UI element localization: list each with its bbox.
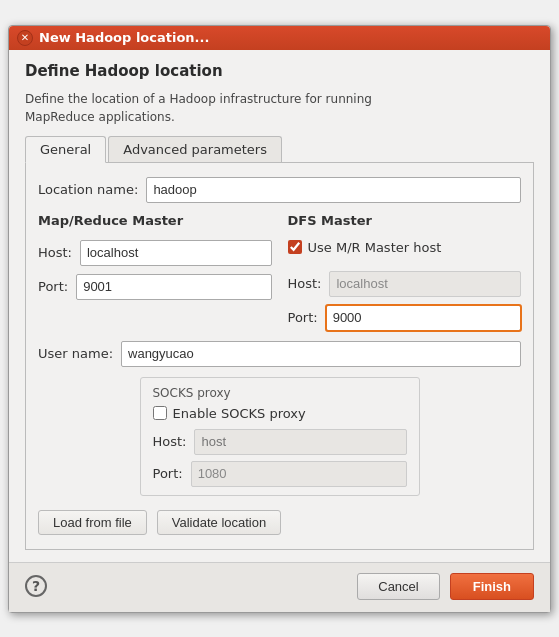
socks-port-row: Port: (153, 461, 407, 487)
mr-host-row: Host: (38, 240, 272, 266)
dfs-port-label: Port: (288, 310, 318, 325)
title-bar: ✕ New Hadoop location... (9, 26, 550, 50)
tab-container: General Advanced parameters Location nam… (25, 136, 534, 550)
dfs-master-col: DFS Master Use M/R Master host Host: Por… (288, 213, 522, 331)
mr-master-label: Map/Reduce Master (38, 213, 272, 228)
location-name-input[interactable] (146, 177, 521, 203)
socks-title: SOCKS proxy (153, 386, 407, 400)
mr-master-col: Map/Reduce Master Host: Port: (38, 213, 272, 331)
master-columns: Map/Reduce Master Host: Port: DFS Master (38, 213, 521, 331)
mr-port-input[interactable] (76, 274, 271, 300)
dfs-port-row: Port: (288, 305, 522, 331)
footer-right: Cancel Finish (357, 573, 534, 600)
tab-content-general: Location name: Map/Reduce Master Host: P… (25, 163, 534, 550)
validate-location-button[interactable]: Validate location (157, 510, 281, 535)
main-window: ✕ New Hadoop location... Define Hadoop l… (8, 25, 551, 613)
dfs-host-row: Host: (288, 271, 522, 297)
dfs-master-label: DFS Master (288, 213, 522, 228)
section-description: Define the location of a Hadoop infrastr… (25, 90, 534, 126)
mr-host-label: Host: (38, 245, 72, 260)
username-input[interactable] (121, 341, 521, 367)
window-content: Define Hadoop location Define the locati… (9, 50, 550, 562)
location-name-row: Location name: (38, 177, 521, 203)
dfs-port-input[interactable] (326, 305, 521, 331)
dfs-host-label: Host: (288, 276, 322, 291)
location-name-label: Location name: (38, 182, 138, 197)
dfs-use-mr-label: Use M/R Master host (308, 240, 442, 255)
mr-port-row: Port: (38, 274, 272, 300)
socks-port-input[interactable] (191, 461, 407, 487)
help-button[interactable]: ? (25, 575, 47, 597)
socks-container: SOCKS proxy Enable SOCKS proxy Host: Por… (38, 377, 521, 496)
socks-enable-row: Enable SOCKS proxy (153, 406, 407, 421)
window-title: New Hadoop location... (39, 30, 209, 45)
username-label: User name: (38, 346, 113, 361)
socks-enable-checkbox[interactable] (153, 406, 167, 420)
socks-host-label: Host: (153, 434, 187, 449)
footer: ? Cancel Finish (9, 562, 550, 612)
tabs: General Advanced parameters (25, 136, 534, 163)
mr-port-label: Port: (38, 279, 68, 294)
action-buttons: Load from file Validate location (38, 506, 521, 535)
socks-group: SOCKS proxy Enable SOCKS proxy Host: Por… (140, 377, 420, 496)
username-row: User name: (38, 341, 521, 367)
load-from-file-button[interactable]: Load from file (38, 510, 147, 535)
dfs-host-input[interactable] (329, 271, 521, 297)
dfs-use-mr-checkbox[interactable] (288, 240, 302, 254)
cancel-button[interactable]: Cancel (357, 573, 439, 600)
socks-host-row: Host: (153, 429, 407, 455)
section-title: Define Hadoop location (25, 62, 534, 80)
socks-enable-label: Enable SOCKS proxy (173, 406, 306, 421)
socks-host-input[interactable] (194, 429, 406, 455)
tab-general[interactable]: General (25, 136, 106, 163)
mr-host-input[interactable] (80, 240, 272, 266)
dfs-use-mr-row: Use M/R Master host (288, 240, 522, 255)
close-button[interactable]: ✕ (17, 30, 33, 46)
finish-button[interactable]: Finish (450, 573, 534, 600)
socks-port-label: Port: (153, 466, 183, 481)
tab-advanced[interactable]: Advanced parameters (108, 136, 282, 162)
